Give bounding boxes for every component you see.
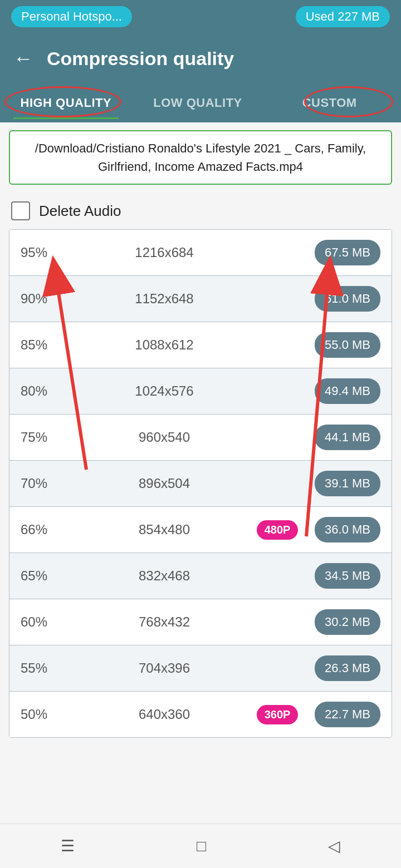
main-content: /Download/Cristiano Ronaldo's Lifestyle … xyxy=(0,130,401,788)
header: ← Compression quality xyxy=(0,33,401,83)
nav-back-icon[interactable]: ◁ xyxy=(328,837,340,855)
tab-low-quality[interactable]: LOW QUALITY xyxy=(132,87,264,119)
size-pill: 44.1 MB xyxy=(315,425,380,450)
quality-percent: 70% xyxy=(21,476,76,491)
quality-row[interactable]: 85%1088x61255.0 MB xyxy=(9,322,392,368)
quality-row[interactable]: 50%640x360360P22.7 MB xyxy=(9,692,392,737)
size-pill: 67.5 MB xyxy=(315,240,380,265)
quality-resolution: 1152x648 xyxy=(76,291,252,307)
status-bar: Personal Hotspo... Used 227 MB xyxy=(0,0,401,33)
quality-percent: 85% xyxy=(21,337,76,353)
quality-size: 44.1 MB xyxy=(302,425,380,450)
delete-audio-row: Delete Audio xyxy=(0,193,401,229)
quality-size: 36.0 MB xyxy=(302,517,380,542)
nav-bar: ☰ □ ◁ xyxy=(0,823,401,868)
quality-resolution: 896x504 xyxy=(76,476,252,491)
quality-row[interactable]: 65%832x46834.5 MB xyxy=(9,553,392,599)
size-pill: 36.0 MB xyxy=(315,517,380,542)
quality-percent: 80% xyxy=(21,383,76,399)
data-usage-indicator: Used 227 MB xyxy=(296,6,390,27)
quality-row[interactable]: 75%960x54044.1 MB xyxy=(9,415,392,461)
quality-size: 55.0 MB xyxy=(302,332,380,358)
quality-row[interactable]: 90%1152x64861.0 MB xyxy=(9,276,392,322)
size-pill: 61.0 MB xyxy=(315,286,380,312)
quality-percent: 66% xyxy=(21,522,76,537)
quality-resolution: 854x480 xyxy=(76,522,252,537)
quality-resolution: 1024x576 xyxy=(76,383,252,399)
quality-percent: 90% xyxy=(21,291,76,307)
quality-percent: 60% xyxy=(21,614,76,630)
size-pill: 55.0 MB xyxy=(315,332,380,358)
quality-percent: 65% xyxy=(21,568,76,584)
nav-menu-icon[interactable]: ☰ xyxy=(61,837,75,855)
quality-row[interactable]: 60%768x43230.2 MB xyxy=(9,599,392,645)
quality-resolution: 1216x684 xyxy=(76,245,252,260)
nav-home-icon[interactable]: □ xyxy=(197,837,206,855)
quality-badge-container: 360P xyxy=(252,705,302,724)
filepath-display: /Download/Cristiano Ronaldo's Lifestyle … xyxy=(9,130,392,185)
quality-resolution: 960x540 xyxy=(76,430,252,445)
delete-audio-checkbox[interactable] xyxy=(11,201,30,220)
back-button[interactable]: ← xyxy=(13,48,33,68)
size-pill: 30.2 MB xyxy=(315,609,380,635)
quality-row[interactable]: 66%854x480480P36.0 MB xyxy=(9,507,392,553)
quality-size: 67.5 MB xyxy=(302,240,380,265)
quality-row[interactable]: 70%896x50439.1 MB xyxy=(9,461,392,507)
quality-resolution: 704x396 xyxy=(76,660,252,676)
quality-row[interactable]: 80%1024x57649.4 MB xyxy=(9,368,392,415)
tabs-container: HIGH QUALITY LOW QUALITY CUSTOM xyxy=(0,83,401,122)
quality-percent: 55% xyxy=(21,660,76,676)
quality-size: 30.2 MB xyxy=(302,609,380,635)
quality-row[interactable]: 55%704x39626.3 MB xyxy=(9,645,392,692)
quality-resolution: 1088x612 xyxy=(76,337,252,353)
quality-resolution: 768x432 xyxy=(76,614,252,630)
quality-percent: 95% xyxy=(21,245,76,260)
size-pill: 26.3 MB xyxy=(315,655,380,681)
quality-resolution: 640x360 xyxy=(76,707,252,722)
size-pill: 39.1 MB xyxy=(315,471,380,496)
hotspot-indicator: Personal Hotspo... xyxy=(11,6,132,27)
tab-custom[interactable]: CUSTOM xyxy=(263,87,395,119)
quality-size: 34.5 MB xyxy=(302,563,380,589)
quality-percent: 50% xyxy=(21,707,76,722)
quality-size: 39.1 MB xyxy=(302,471,380,496)
size-pill: 49.4 MB xyxy=(315,378,380,404)
quality-size: 22.7 MB xyxy=(302,702,380,727)
quality-size: 26.3 MB xyxy=(302,655,380,681)
delete-audio-label: Delete Audio xyxy=(39,203,121,220)
resolution-badge: 480P xyxy=(257,520,299,540)
quality-badge-container: 480P xyxy=(252,520,302,540)
size-pill: 34.5 MB xyxy=(315,563,380,589)
page-title: Compression quality xyxy=(47,48,234,70)
quality-size: 49.4 MB xyxy=(302,378,380,404)
quality-row[interactable]: 95%1216x68467.5 MB xyxy=(9,230,392,276)
quality-table: 95%1216x68467.5 MB90%1152x64861.0 MB85%1… xyxy=(9,229,392,738)
resolution-badge: 360P xyxy=(257,705,299,724)
quality-percent: 75% xyxy=(21,430,76,445)
quality-resolution: 832x468 xyxy=(76,568,252,584)
tab-high-quality[interactable]: HIGH QUALITY xyxy=(0,87,132,119)
size-pill: 22.7 MB xyxy=(315,702,380,727)
quality-size: 61.0 MB xyxy=(302,286,380,312)
